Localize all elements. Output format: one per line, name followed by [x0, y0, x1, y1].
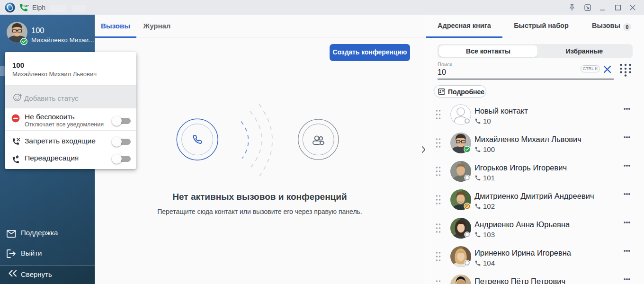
svg-text:SIP: SIP — [24, 4, 29, 8]
